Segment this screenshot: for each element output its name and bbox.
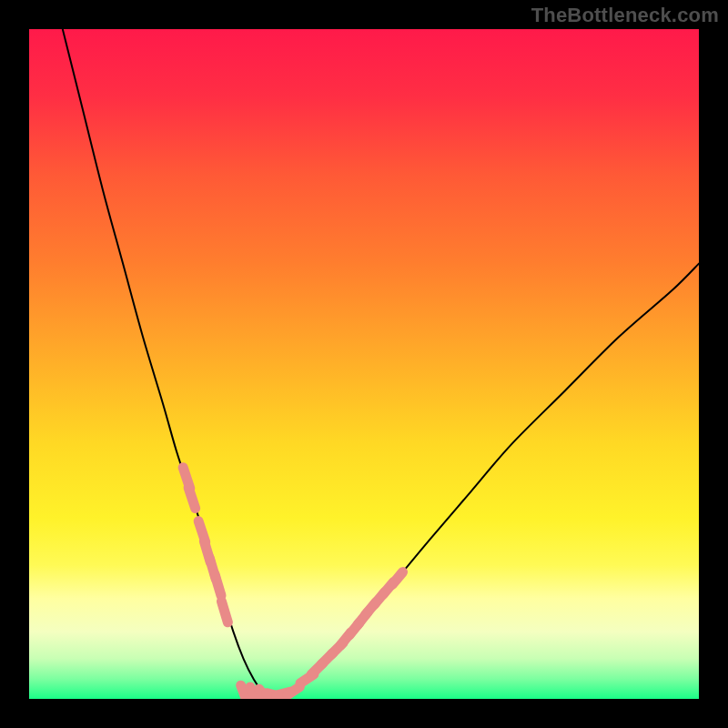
marker-tick bbox=[221, 602, 228, 622]
marker-tick bbox=[288, 687, 299, 695]
marker-tick bbox=[188, 488, 196, 509]
gradient-background bbox=[29, 29, 699, 699]
marker-tick bbox=[215, 574, 221, 595]
plot-area bbox=[29, 29, 699, 699]
plot-svg bbox=[29, 29, 699, 699]
marker-tick bbox=[241, 685, 247, 699]
watermark-text: TheBottleneck.com bbox=[531, 4, 719, 27]
chart-frame: TheBottleneck.com bbox=[0, 0, 728, 728]
